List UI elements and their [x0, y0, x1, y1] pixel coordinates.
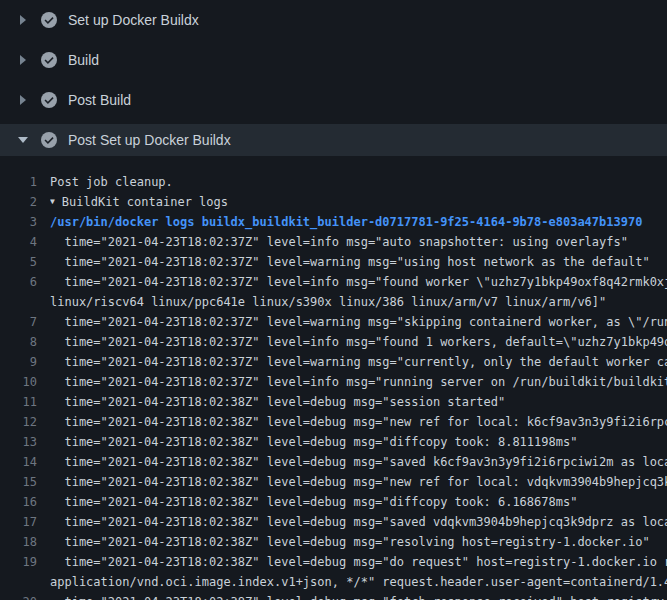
check-circle-icon — [41, 92, 57, 108]
log-command-text: /usr/bin/docker logs buildx_buildkit_bui… — [50, 212, 667, 232]
line-number — [0, 292, 50, 312]
group-expanded-triangle-icon: ▼ — [50, 192, 55, 212]
log-text: time="2021-04-23T18:02:38Z" level=debug … — [50, 472, 667, 492]
line-number — [0, 572, 50, 592]
line-number[interactable]: 10 — [0, 372, 50, 392]
log-line-continuation: linux/riscv64 linux/ppc641e linux/s390x … — [0, 292, 667, 312]
log-text: time="2021-04-23T18:02:37Z" level=info m… — [50, 332, 667, 352]
log-text: time="2021-04-23T18:02:38Z" level=debug … — [50, 412, 667, 432]
log-output: 1Post job cleanup.2▼BuildKit container l… — [0, 160, 667, 600]
check-circle-icon — [41, 12, 57, 28]
log-line: 19 time="2021-04-23T18:02:38Z" level=deb… — [0, 552, 667, 572]
step-header-post-set-up-docker-buildx[interactable]: Post Set up Docker Buildx — [0, 124, 667, 156]
line-number[interactable]: 1 — [0, 172, 50, 192]
chevron-right-icon — [16, 53, 30, 67]
log-text: time="2021-04-23T18:02:38Z" level=debug … — [50, 592, 667, 600]
log-line: 10 time="2021-04-23T18:02:37Z" level=inf… — [0, 372, 667, 392]
log-line: 11 time="2021-04-23T18:02:38Z" level=deb… — [0, 392, 667, 412]
log-line: 7 time="2021-04-23T18:02:37Z" level=warn… — [0, 312, 667, 332]
log-text: time="2021-04-23T18:02:38Z" level=debug … — [50, 532, 667, 552]
check-circle-icon — [41, 52, 57, 68]
line-number[interactable]: 6 — [0, 272, 50, 292]
step-header-build[interactable]: Build — [0, 40, 667, 80]
line-number[interactable]: 3 — [0, 212, 50, 232]
actions-log-viewer: Set up Docker BuildxBuildPost BuildPost … — [0, 0, 667, 600]
log-line: 6 time="2021-04-23T18:02:37Z" level=info… — [0, 272, 667, 292]
chevron-right-icon — [16, 13, 30, 27]
line-number[interactable]: 11 — [0, 392, 50, 412]
line-number[interactable]: 12 — [0, 412, 50, 432]
chevron-down-icon — [16, 133, 30, 147]
step-label: Post Build — [68, 92, 131, 108]
chevron-right-icon — [16, 93, 30, 107]
log-group-title[interactable]: ▼BuildKit container logs — [50, 192, 667, 212]
line-number[interactable]: 16 — [0, 492, 50, 512]
log-line: 20 time="2021-04-23T18:02:38Z" level=deb… — [0, 592, 667, 600]
line-number[interactable]: 4 — [0, 232, 50, 252]
log-line: 18 time="2021-04-23T18:02:38Z" level=deb… — [0, 532, 667, 552]
log-text: time="2021-04-23T18:02:38Z" level=debug … — [50, 392, 667, 412]
log-line: 14 time="2021-04-23T18:02:38Z" level=deb… — [0, 452, 667, 472]
log-text: time="2021-04-23T18:02:37Z" level=info m… — [50, 372, 667, 392]
log-line: 16 time="2021-04-23T18:02:38Z" level=deb… — [0, 492, 667, 512]
log-line: 12 time="2021-04-23T18:02:38Z" level=deb… — [0, 412, 667, 432]
log-line: 8 time="2021-04-23T18:02:37Z" level=info… — [0, 332, 667, 352]
log-line: 3/usr/bin/docker logs buildx_buildkit_bu… — [0, 212, 667, 232]
log-text: time="2021-04-23T18:02:38Z" level=debug … — [50, 512, 667, 532]
log-line: 9 time="2021-04-23T18:02:37Z" level=warn… — [0, 352, 667, 372]
log-text: time="2021-04-23T18:02:37Z" level=warnin… — [50, 312, 667, 332]
line-number[interactable]: 5 — [0, 252, 50, 272]
line-number[interactable]: 7 — [0, 312, 50, 332]
log-text: application/vnd.oci.image.index.v1+json,… — [50, 572, 667, 592]
step-list: Set up Docker BuildxBuildPost BuildPost … — [0, 0, 667, 156]
log-text: time="2021-04-23T18:02:37Z" level=info m… — [50, 232, 667, 252]
line-number[interactable]: 2 — [0, 192, 50, 212]
log-text: Post job cleanup. — [50, 172, 667, 192]
log-text: time="2021-04-23T18:02:38Z" level=debug … — [50, 452, 667, 472]
step-label: Build — [68, 52, 99, 68]
log-line: 5 time="2021-04-23T18:02:37Z" level=warn… — [0, 252, 667, 272]
log-text: linux/riscv64 linux/ppc641e linux/s390x … — [50, 292, 667, 312]
step-header-set-up-docker-buildx[interactable]: Set up Docker Buildx — [0, 0, 667, 40]
line-number[interactable]: 17 — [0, 512, 50, 532]
line-number[interactable]: 9 — [0, 352, 50, 372]
log-line: 13 time="2021-04-23T18:02:38Z" level=deb… — [0, 432, 667, 452]
step-header-post-build[interactable]: Post Build — [0, 80, 667, 120]
log-text: time="2021-04-23T18:02:38Z" level=debug … — [50, 492, 667, 512]
log-line: 15 time="2021-04-23T18:02:38Z" level=deb… — [0, 472, 667, 492]
log-text: time="2021-04-23T18:02:38Z" level=debug … — [50, 552, 667, 572]
log-line: 1Post job cleanup. — [0, 172, 667, 192]
log-text: time="2021-04-23T18:02:37Z" level=info m… — [50, 272, 667, 292]
log-line: 17 time="2021-04-23T18:02:38Z" level=deb… — [0, 512, 667, 532]
line-number[interactable]: 20 — [0, 592, 50, 600]
check-circle-icon — [41, 132, 57, 148]
log-text: time="2021-04-23T18:02:38Z" level=debug … — [50, 432, 667, 452]
log-line: 4 time="2021-04-23T18:02:37Z" level=info… — [0, 232, 667, 252]
step-label: Post Set up Docker Buildx — [68, 132, 231, 148]
line-number[interactable]: 14 — [0, 452, 50, 472]
line-number[interactable]: 18 — [0, 532, 50, 552]
line-number[interactable]: 15 — [0, 472, 50, 492]
log-line: 2▼BuildKit container logs — [0, 192, 667, 212]
line-number[interactable]: 8 — [0, 332, 50, 352]
step-label: Set up Docker Buildx — [68, 12, 199, 28]
log-text: time="2021-04-23T18:02:37Z" level=warnin… — [50, 252, 667, 272]
line-number[interactable]: 19 — [0, 552, 50, 572]
log-text: time="2021-04-23T18:02:37Z" level=warnin… — [50, 352, 667, 372]
line-number[interactable]: 13 — [0, 432, 50, 452]
log-line-continuation: application/vnd.oci.image.index.v1+json,… — [0, 572, 667, 592]
